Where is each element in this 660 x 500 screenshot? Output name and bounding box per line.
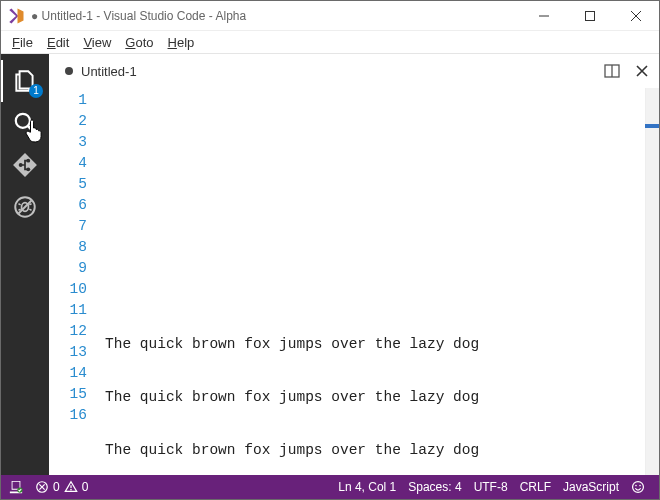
status-language[interactable]: JavaScript (557, 475, 625, 499)
menu-edit[interactable]: Edit (40, 33, 76, 52)
title-text: Untitled-1 - Visual Studio Code - Alpha (42, 9, 247, 23)
titlebar: ● Untitled-1 - Visual Studio Code - Alph… (1, 1, 659, 31)
menu-file[interactable]: File (5, 33, 40, 52)
line-number: 15 (49, 384, 87, 405)
overview-ruler[interactable] (645, 88, 659, 475)
status-problems[interactable]: 0 0 (29, 475, 94, 499)
editor-area: Untitled-1 1 2 3 4 5 6 7 8 (49, 54, 659, 475)
line-number: 9 (49, 258, 87, 279)
status-encoding[interactable]: UTF-8 (468, 475, 514, 499)
line-number: 7 (49, 216, 87, 237)
activity-debug[interactable] (1, 186, 49, 228)
status-indent[interactable]: Spaces: 4 (402, 475, 467, 499)
code-content[interactable]: The quick brown fox jumps over the lazy … (105, 88, 645, 475)
code-line[interactable]: The quick brown fox jumps over the lazy … (105, 387, 645, 408)
activity-bar: 1 (1, 54, 49, 475)
svg-point-11 (633, 482, 644, 493)
line-number: 12 (49, 321, 87, 342)
warning-count: 0 (82, 480, 89, 494)
menubar: File Edit View Goto Help (1, 31, 659, 53)
title-dirty-dot: ● (31, 9, 38, 23)
body: 1 Untitled-1 (1, 53, 659, 475)
menu-view[interactable]: View (76, 33, 118, 52)
line-number-gutter: 1 2 3 4 5 6 7 8 9 10 11 12 13 14 15 16 (49, 88, 105, 475)
code-line[interactable] (105, 122, 645, 143)
status-cursor-position[interactable]: Ln 4, Col 1 (332, 475, 402, 499)
activity-active-indicator (1, 60, 3, 102)
code-line[interactable] (105, 175, 645, 196)
window: ● Untitled-1 - Visual Studio Code - Alph… (0, 0, 660, 500)
bug-slash-icon (12, 194, 38, 220)
status-bar: 0 0 Ln 4, Col 1 Spaces: 4 UTF-8 CRLF Jav… (1, 475, 659, 499)
smiley-icon (631, 480, 645, 494)
remote-window-icon (9, 480, 23, 494)
window-title: ● Untitled-1 - Visual Studio Code - Alph… (31, 9, 246, 23)
status-remote-button[interactable] (9, 475, 29, 499)
menu-goto[interactable]: Goto (118, 33, 160, 52)
line-number: 14 (49, 363, 87, 384)
error-count: 0 (53, 480, 60, 494)
close-icon (634, 63, 650, 79)
line-number: 8 (49, 237, 87, 258)
line-number: 1 (49, 90, 87, 111)
activity-git[interactable] (1, 144, 49, 186)
split-editor-button[interactable] (599, 58, 625, 84)
code-line[interactable] (105, 228, 645, 249)
line-number: 3 (49, 132, 87, 153)
status-feedback-button[interactable] (625, 475, 651, 499)
split-icon (604, 63, 620, 79)
svg-point-10 (70, 489, 72, 491)
tab-label[interactable]: Untitled-1 (81, 64, 137, 79)
tab-row: Untitled-1 (49, 54, 659, 88)
maximize-button[interactable] (567, 1, 613, 31)
editor[interactable]: 1 2 3 4 5 6 7 8 9 10 11 12 13 14 15 16 (49, 88, 659, 475)
line-number: 5 (49, 174, 87, 195)
vscode-logo-icon (7, 7, 25, 25)
close-tab-button[interactable] (629, 58, 655, 84)
code-line[interactable]: The quick brown fox jumps over the lazy … (105, 334, 645, 355)
code-line[interactable] (105, 281, 645, 302)
explorer-badge: 1 (29, 84, 43, 98)
search-icon (12, 110, 38, 136)
activity-explorer[interactable]: 1 (1, 60, 49, 102)
tab-dirty-dot-icon (65, 67, 73, 75)
status-eol[interactable]: CRLF (514, 475, 557, 499)
menu-help[interactable]: Help (161, 33, 202, 52)
activity-search[interactable] (1, 102, 49, 144)
line-number: 2 (49, 111, 87, 132)
warning-icon (64, 480, 78, 494)
minimize-button[interactable] (521, 1, 567, 31)
line-number: 13 (49, 342, 87, 363)
svg-point-13 (639, 485, 641, 487)
git-branch-icon (12, 152, 38, 178)
error-icon (35, 480, 49, 494)
svg-point-12 (635, 485, 637, 487)
line-number: 4 (49, 153, 87, 174)
svg-rect-0 (586, 11, 595, 20)
close-window-button[interactable] (613, 1, 659, 31)
line-number: 16 (49, 405, 87, 426)
overview-mark (645, 124, 659, 128)
code-line[interactable]: The quick brown fox jumps over the lazy … (105, 440, 645, 461)
line-number: 10 (49, 279, 87, 300)
line-number: 11 (49, 300, 87, 321)
line-number: 6 (49, 195, 87, 216)
